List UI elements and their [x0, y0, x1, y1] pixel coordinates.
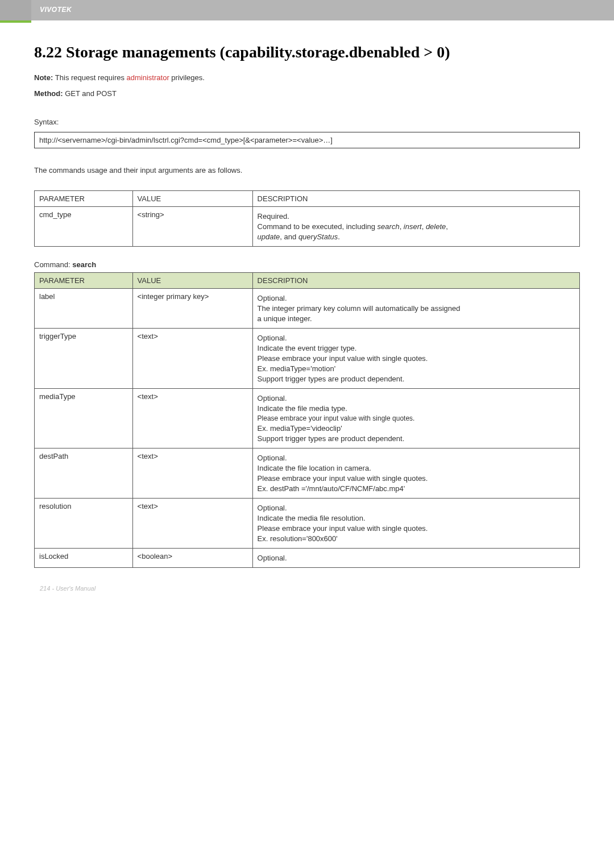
desc-line: Please embrace your input value with sin…: [258, 414, 575, 422]
note-line: Note: This request requires administrato…: [34, 72, 580, 84]
cell-value: <text>: [132, 448, 252, 499]
page-footer: 214 - User's Manual: [0, 585, 614, 603]
desc-line: Optional.: [258, 334, 575, 342]
accent-line: [0, 20, 31, 23]
cell-param: destPath: [35, 448, 133, 499]
note-prefix: Note:: [34, 73, 55, 82]
commands-intro: The commands usage and their input argum…: [34, 164, 580, 177]
syntax-label: Syntax:: [34, 116, 580, 128]
col-description: DESCRIPTION: [252, 191, 579, 207]
desc-line: Optional.: [258, 504, 575, 512]
cell-value: <integer primary key>: [132, 289, 252, 329]
method-line: Method: GET and POST: [34, 88, 580, 100]
desc-line: Please embrace your input value with sin…: [258, 354, 575, 363]
table-row: resolution<text>Optional.Indicate the me…: [35, 499, 580, 549]
desc-line: Indicate the media file resolution.: [258, 514, 575, 522]
table-row: triggerType<text>Optional.Indicate the e…: [35, 329, 580, 389]
cell-value: <boolean>: [132, 549, 252, 568]
table-row: mediaType<text>Optional.Indicate the fil…: [35, 389, 580, 448]
cmd-type-table: PARAMETER VALUE DESCRIPTION cmd_type <st…: [34, 190, 580, 247]
cell-desc: Required. Command to be executed, includ…: [252, 207, 579, 247]
cell-param: cmd_type: [35, 207, 133, 247]
cell-param: mediaType: [35, 389, 133, 448]
desc-line: Optional.: [258, 554, 575, 562]
table-row: isLocked<boolean>Optional.: [35, 549, 580, 568]
table-row: destPath<text>Optional.Indicate the file…: [35, 448, 580, 499]
desc-line: Support trigger types are product depend…: [258, 434, 575, 443]
brand-label: VIVOTEK: [0, 0, 614, 14]
cell-param: resolution: [35, 499, 133, 549]
table-header-row: PARAMETER VALUE DESCRIPTION: [35, 273, 580, 289]
desc-line: Ex. destPath ='/mnt/auto/CF/NCMF/abc.mp4…: [258, 484, 575, 493]
table-row: cmd_type <string> Required. Command to b…: [35, 207, 580, 247]
note-before: This request requires: [55, 73, 127, 82]
desc-line: Please embrace your input value with sin…: [258, 474, 575, 483]
cell-desc: Optional.Indicate the event trigger type…: [252, 329, 579, 389]
desc-line: update, and queryStatus.: [258, 232, 575, 241]
cell-desc: Optional.: [252, 549, 579, 568]
desc-line: Optional.: [258, 294, 575, 302]
cell-value: <text>: [132, 389, 252, 448]
page-title: 8.22 Storage managements (capability.sto…: [34, 43, 580, 61]
cell-desc: Optional.Indicate the file media type.Pl…: [252, 389, 579, 448]
cell-param: triggerType: [35, 329, 133, 389]
page-content: 8.22 Storage managements (capability.sto…: [0, 43, 614, 568]
cell-desc: Optional.Indicate the file location in c…: [252, 448, 579, 499]
table-header-row: PARAMETER VALUE DESCRIPTION: [35, 191, 580, 207]
desc-line: Indicate the file location in camera.: [258, 464, 575, 472]
desc-line: Optional.: [258, 454, 575, 462]
syntax-box: http://<servername>/cgi-bin/admin/lsctrl…: [34, 132, 580, 148]
desc-line: Ex. mediaType='videoclip': [258, 424, 575, 433]
note-after: privileges.: [169, 73, 205, 82]
desc-line: Command to be executed, including search…: [258, 222, 575, 231]
method-text: GET and POST: [65, 89, 117, 98]
desc-line: Ex. mediaType='motion': [258, 364, 575, 373]
top-bar: VIVOTEK: [0, 0, 614, 20]
command-label: Command: search: [34, 260, 580, 269]
desc-line: Ex. resolution='800x600': [258, 534, 575, 543]
method-label: Method:: [34, 89, 65, 98]
cell-param: label: [35, 289, 133, 329]
col-description: DESCRIPTION: [252, 273, 579, 289]
cell-value: <text>: [132, 499, 252, 549]
desc-line: Optional.: [258, 394, 575, 402]
col-parameter: PARAMETER: [35, 191, 133, 207]
command-prefix: Command:: [34, 260, 72, 269]
desc-line: Support trigger types are product depend…: [258, 375, 575, 383]
cell-desc: Optional.Indicate the media file resolut…: [252, 499, 579, 549]
note-admin: administrator: [127, 73, 169, 82]
desc-line: The integer primary key column will auto…: [258, 304, 575, 313]
desc-line: Required.: [258, 212, 575, 221]
table-row: label<integer primary key>Optional.The i…: [35, 289, 580, 329]
cell-value: <text>: [132, 329, 252, 389]
cell-desc: Optional.The integer primary key column …: [252, 289, 579, 329]
desc-line: a unique integer.: [258, 314, 575, 323]
cell-value: <string>: [132, 207, 252, 247]
col-value: VALUE: [132, 191, 252, 207]
desc-line: Indicate the file media type.: [258, 404, 575, 413]
desc-line: Please embrace your input value with sin…: [258, 524, 575, 533]
col-parameter: PARAMETER: [35, 273, 133, 289]
cell-param: isLocked: [35, 549, 133, 568]
desc-line: Indicate the event trigger type.: [258, 344, 575, 352]
col-value: VALUE: [132, 273, 252, 289]
command-name: search: [72, 260, 96, 269]
search-table: PARAMETER VALUE DESCRIPTION label<intege…: [34, 272, 580, 568]
